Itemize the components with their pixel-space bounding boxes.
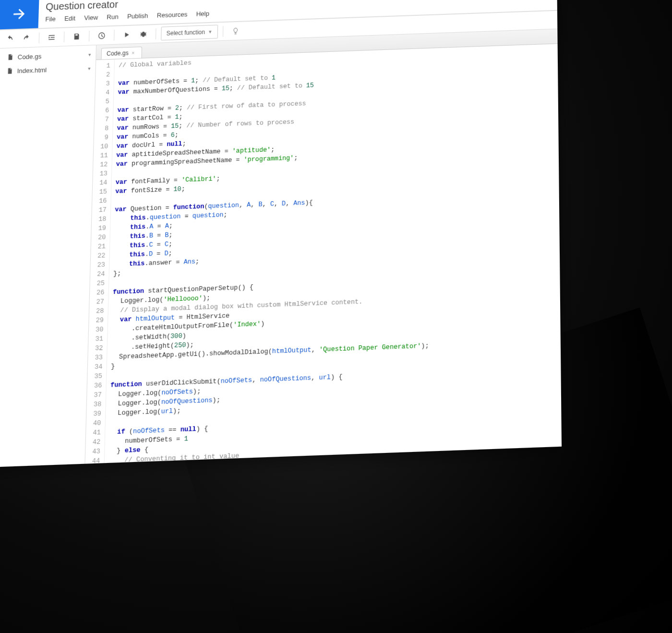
back-to-sheets-button[interactable]: [0, 0, 39, 29]
code-text[interactable]: // Global variables var numberOfSets = 1…: [103, 48, 433, 467]
editor-body: Code.gs ▾ Index.html ▾ Code.gs ×: [0, 29, 562, 468]
apps-script-editor: Question creator File Edit View Run Publ…: [0, 0, 562, 467]
file-sidebar: Code.gs ▾ Index.html ▾: [0, 45, 96, 467]
code-editor[interactable]: 1234567891011121314151617181920212223242…: [84, 44, 562, 467]
run-button[interactable]: [119, 28, 134, 42]
code-tab-label: Code.gs: [107, 49, 129, 57]
apps-script-file-icon: [7, 53, 14, 61]
chevron-down-icon: ▼: [208, 29, 212, 35]
laptop-screen: Question list - Google Sheets 🔒 script.g…: [0, 0, 562, 467]
code-pane: Code.gs × 123456789101112131415161718192…: [84, 29, 562, 468]
menu-view[interactable]: View: [84, 14, 98, 22]
redo-button[interactable]: [19, 31, 35, 46]
undo-icon: [6, 35, 14, 43]
menu-resources[interactable]: Resources: [157, 11, 188, 19]
save-button[interactable]: [69, 29, 84, 44]
indent-icon: [48, 33, 56, 41]
undo-button[interactable]: [2, 32, 18, 46]
chevron-down-icon[interactable]: ▾: [88, 51, 91, 57]
photo-frame: Question list - Google Sheets 🔒 script.g…: [0, 0, 672, 633]
lightbulb-icon: [231, 27, 240, 35]
bug-icon: [139, 30, 147, 38]
chevron-down-icon[interactable]: ▾: [88, 65, 90, 71]
clock-icon: [97, 32, 106, 40]
sidebar-file-label: Code.gs: [18, 52, 42, 61]
indent-button[interactable]: [44, 30, 60, 45]
html-file-icon: [6, 67, 13, 74]
close-icon[interactable]: ×: [132, 50, 135, 56]
select-function-label: Select function: [167, 29, 205, 37]
sidebar-file-label: Index.html: [17, 66, 47, 74]
bulb-button[interactable]: [228, 24, 243, 38]
redo-icon: [23, 34, 31, 42]
menu-run[interactable]: Run: [107, 13, 119, 21]
debug-button[interactable]: [136, 27, 151, 41]
arrow-right-icon: [11, 5, 28, 23]
menu-edit[interactable]: Edit: [64, 14, 75, 22]
sidebar-file-index-html[interactable]: Index.html ▾: [0, 61, 96, 78]
floppy-icon: [72, 33, 81, 41]
code-tab-code-gs[interactable]: Code.gs ×: [101, 47, 143, 60]
select-function-dropdown[interactable]: Select function ▼: [161, 25, 218, 41]
triggers-button[interactable]: [94, 28, 109, 43]
menu-help[interactable]: Help: [196, 10, 210, 17]
menu-publish[interactable]: Publish: [127, 12, 148, 20]
play-icon: [123, 31, 131, 39]
menu-file[interactable]: File: [45, 15, 56, 23]
